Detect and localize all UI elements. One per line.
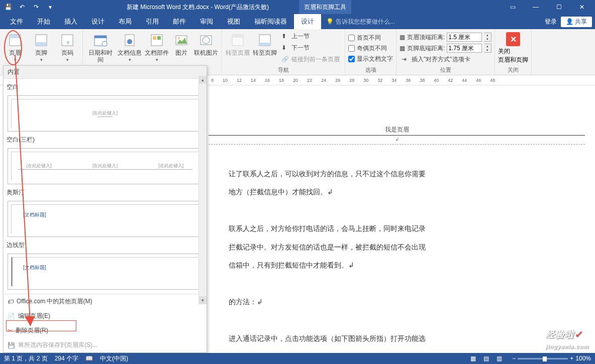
tab-foxit[interactable]: 福昕阅读器	[247, 14, 294, 29]
ribbon-display-icon[interactable]: ▭	[502, 0, 524, 14]
tab-references[interactable]: 引用	[139, 14, 166, 29]
gallery-scrollbar[interactable]: ▴ ▾	[199, 76, 207, 304]
undo-icon[interactable]: ↶	[16, 2, 28, 13]
gallery-cat-blank: 空白	[6, 81, 205, 93]
header-top-spinner[interactable]: ▴▾	[484, 33, 491, 42]
header-icon	[7, 32, 23, 48]
gallery-item-blank3[interactable]: [在此处键入][在此处键入][在此处键入]	[8, 148, 203, 184]
svg-rect-3	[36, 42, 47, 46]
svg-point-16	[178, 37, 180, 39]
login-link[interactable]: 登录	[545, 18, 557, 26]
svg-rect-22	[259, 43, 270, 46]
show-doctext-checkbox[interactable]: 显示文档文字	[348, 54, 393, 64]
tab-insert[interactable]: 插入	[57, 14, 84, 29]
gallery-item-sideline[interactable]: [文档标题]	[8, 254, 203, 290]
minimize-icon[interactable]: —	[525, 0, 547, 14]
different-oddeven-checkbox[interactable]: 奇偶页不同	[348, 44, 393, 53]
contextual-tab-label: 页眉和页脚工具	[299, 0, 351, 14]
gallery-item-austin[interactable]: [文档标题]	[8, 201, 203, 237]
zoom-out-button[interactable]: −	[512, 355, 516, 362]
page-number-icon: #	[59, 32, 75, 48]
zoom-slider[interactable]	[518, 358, 568, 359]
tab-file[interactable]: 文件	[3, 14, 30, 29]
goto-footer-button[interactable]: 转至页脚	[252, 31, 277, 57]
svg-rect-13	[157, 36, 161, 40]
next-section-button[interactable]: ⬇下一节	[279, 43, 342, 53]
read-mode-icon[interactable]: ▦	[467, 354, 479, 363]
calendar-icon	[92, 32, 109, 48]
qat-more-icon[interactable]: ▾	[44, 2, 56, 13]
footer-bottom-input[interactable]	[447, 44, 482, 53]
more-office-headers[interactable]: 🏷Office.com 中的其他页眉(M)	[4, 294, 207, 309]
gallery-section-builtin: 内置	[4, 66, 207, 79]
svg-text:#: #	[67, 40, 69, 45]
picture-icon	[173, 32, 189, 48]
header-region[interactable]: 我是页眉 ↲	[209, 85, 585, 145]
edit-header[interactable]: 📄编辑页眉(E)	[4, 309, 207, 323]
footer-bottom-spinner[interactable]: ▴▾	[484, 44, 491, 53]
tab-design[interactable]: 设计	[84, 14, 112, 29]
close-window-icon[interactable]: ✕	[571, 0, 593, 14]
header-text[interactable]: 我是页眉	[209, 126, 585, 134]
svg-rect-20	[232, 35, 243, 38]
up-arrow-icon: ⬆	[281, 33, 289, 41]
header-button[interactable]: 页眉▾	[3, 31, 27, 63]
picture-button[interactable]: 图片	[171, 31, 191, 57]
status-page[interactable]: 第 1 页，共 2 页	[4, 354, 48, 363]
goto-header-button: 转至页眉	[225, 31, 250, 57]
close-header-footer-button[interactable]: ✕ 关闭 页眉和页脚	[498, 31, 528, 65]
svg-point-10	[127, 39, 132, 44]
save-to-icon: 💾	[8, 342, 15, 349]
close-hf-icon: ✕	[506, 32, 520, 46]
svg-rect-12	[153, 36, 156, 40]
status-language[interactable]: 中文(中国)	[100, 354, 128, 363]
delete-icon: ✂	[8, 327, 13, 334]
prev-section-button[interactable]: ⬆上一节	[279, 31, 342, 42]
save-icon[interactable]: 💾	[2, 2, 14, 13]
web-layout-icon[interactable]: ▥	[493, 354, 505, 363]
tab-review[interactable]: 审阅	[193, 14, 220, 29]
tab-home[interactable]: 开始	[30, 14, 57, 29]
online-picture-button[interactable]: 联机图片	[193, 31, 219, 57]
header-gallery-dropdown: 内置 空白 [在此处键入] 空白(三栏) [在此处键入][在此处键入][在此处键…	[3, 65, 207, 353]
maximize-icon[interactable]: ☐	[548, 0, 570, 14]
datetime-button[interactable]: 日期和时间	[86, 31, 115, 64]
tab-mailings[interactable]: 邮件	[166, 14, 193, 29]
footer-margin-icon: ▦	[400, 45, 405, 52]
goto-header-icon	[230, 32, 246, 48]
different-first-checkbox[interactable]: 首页不同	[348, 33, 393, 43]
down-arrow-icon: ⬇	[281, 44, 289, 52]
status-words[interactable]: 294 个字	[55, 354, 78, 363]
tab-layout[interactable]: 布局	[112, 14, 139, 29]
document-area[interactable]: 我是页眉 ↲ 让了联系人之后，可以收到对方的信息，只不过这个信息你需要 地方（拦…	[209, 85, 585, 352]
redo-icon[interactable]: ↷	[30, 2, 42, 13]
watermark: 经验啦✓ jingyanla.com	[546, 328, 589, 351]
tellme-input[interactable]: 💡告诉我您想要做什么...	[326, 14, 395, 29]
gallery-item-blank[interactable]: [在此处键入]	[8, 95, 203, 132]
header-margin-icon: ▦	[400, 34, 405, 41]
gallery-cat-blank3: 空白(三栏)	[6, 134, 205, 146]
goto-footer-icon	[257, 32, 273, 48]
gallery-cat-austin: 奥斯汀	[6, 186, 205, 199]
tab-design-contextual[interactable]: 设计	[294, 14, 321, 29]
group-options-label: 选项	[365, 66, 376, 74]
spellcheck-icon[interactable]: 📖	[85, 355, 93, 362]
zoom-level[interactable]: 100%	[575, 355, 591, 362]
group-position-label: 位置	[440, 66, 451, 74]
building-blocks-icon	[149, 32, 165, 48]
footer-button[interactable]: 页脚▾	[29, 31, 53, 63]
tab-view[interactable]: 视图	[220, 14, 247, 29]
tab-icon: ⇥	[402, 56, 410, 64]
remove-header[interactable]: ✂删除页眉(R)	[4, 323, 207, 338]
save-to-gallery: 💾将所选内容保存到页眉库(S)...	[4, 338, 207, 352]
insert-align-tab-button[interactable]: ⇥插入"对齐方式"选项卡	[400, 54, 491, 65]
docparts-button[interactable]: 文档部件▾	[144, 31, 169, 63]
office-icon: 🏷	[8, 298, 14, 305]
print-layout-icon[interactable]: ▤	[480, 354, 492, 363]
header-top-input[interactable]	[447, 33, 482, 42]
svg-rect-1	[10, 35, 21, 38]
share-button[interactable]: 👤 共享	[561, 17, 592, 27]
page-number-button[interactable]: # 页码▾	[55, 31, 79, 63]
zoom-in-button[interactable]: +	[570, 355, 573, 362]
docinfo-button[interactable]: 文档信息▾	[117, 31, 142, 63]
